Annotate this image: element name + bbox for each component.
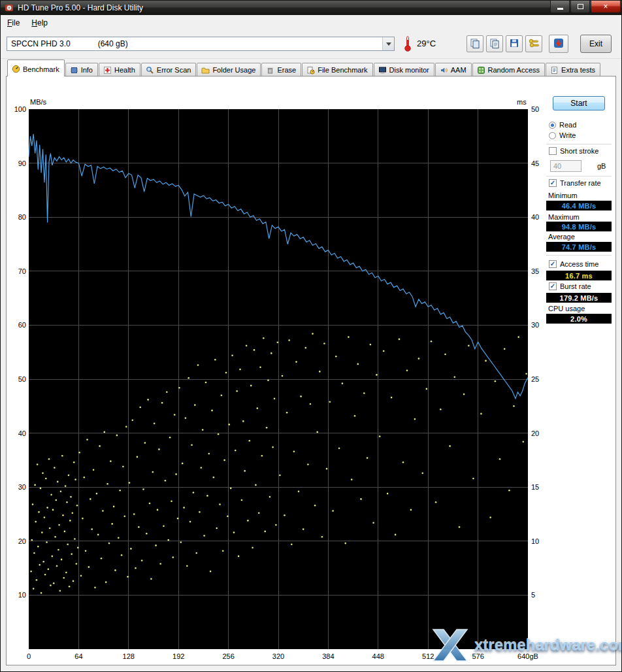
short-stroke-row[interactable]: Short stroke [549, 147, 598, 155]
y-left-tick: 50 [8, 375, 26, 383]
tab-label: Info [81, 66, 93, 74]
y-right-tick: 20 [531, 429, 539, 437]
y-left-tick: 60 [8, 321, 26, 329]
save-screenshot-button[interactable] [506, 35, 523, 52]
download-icon [553, 37, 565, 50]
x-tick: 576 [472, 652, 483, 660]
tab-disk-monitor[interactable]: Disk monitor [374, 63, 434, 76]
tab-health[interactable]: Health [99, 63, 140, 76]
close-icon: × [603, 2, 608, 11]
y-right-tick: 10 [531, 537, 539, 545]
copy-screenshot-button[interactable] [466, 35, 483, 52]
x-tick: 512 [422, 652, 434, 660]
tab-extra-tests[interactable]: Extra tests [546, 63, 600, 76]
speaker-icon [440, 66, 448, 75]
health-cross-icon [103, 66, 112, 75]
menu-help[interactable]: Help [25, 16, 54, 29]
tab-benchmark[interactable]: Benchmark [7, 59, 65, 76]
read-radio[interactable] [549, 122, 556, 129]
tab-label: AAM [451, 66, 466, 74]
folder-icon [201, 66, 210, 75]
gauge-icon [12, 65, 20, 73]
copy-screenshot-icon [470, 38, 480, 50]
cpu-usage-value: 2.0% [546, 314, 612, 324]
y-left-tick: 90 [8, 160, 26, 167]
benchmark-chart [29, 109, 528, 649]
toolbar-buttons [466, 35, 542, 52]
y-left-tick: 80 [8, 213, 26, 221]
transfer-rate-checkbox[interactable] [549, 179, 557, 187]
drive-capacity: (640 gB) [98, 39, 128, 48]
maximize-icon [578, 4, 583, 9]
burst-rate-checkbox[interactable] [549, 282, 557, 290]
tab-info[interactable]: Info [65, 63, 98, 76]
short-stroke-checkbox[interactable] [549, 147, 557, 155]
burst-rate-label: Burst rate [560, 282, 591, 290]
y-right-tick: 15 [531, 483, 539, 491]
app-icon [5, 3, 14, 12]
minimize-button[interactable] [550, 1, 570, 13]
exit-label: Exit [589, 39, 602, 48]
download-update-button[interactable] [549, 35, 568, 53]
tab-folder-usage[interactable]: Folder Usage [197, 63, 261, 76]
copy-info-button[interactable] [486, 35, 503, 52]
x-tick: 0 [27, 652, 31, 660]
toolbar: SPCCN PHD 3.0 (640 gB) 29°C Exit [1, 30, 621, 59]
copy-info-icon [489, 38, 500, 50]
maximize-button[interactable] [570, 1, 590, 13]
tab-label: Disk monitor [389, 66, 429, 74]
minimum-label: Minimum [548, 192, 578, 199]
write-label: Write [559, 131, 576, 139]
access-time-value: 16.7 ms [546, 271, 612, 280]
separator [546, 144, 612, 144]
tab-file-benchmark[interactable]: File Benchmark [302, 63, 372, 76]
tab-label: Benchmark [23, 65, 59, 73]
start-label: Start [570, 99, 587, 108]
short-stroke-label: Short stroke [560, 147, 598, 155]
minimize-icon [557, 8, 563, 10]
transfer-rate-row[interactable]: Transfer rate [549, 179, 601, 187]
drive-selector-combo[interactable]: SPCCN PHD 3.0 (640 gB) [7, 37, 395, 51]
chip-icon [70, 66, 78, 75]
registration-button[interactable] [525, 35, 542, 52]
exit-button[interactable]: Exit [580, 35, 612, 53]
read-radio-row[interactable]: Read [549, 121, 576, 129]
y-right-tick: 25 [531, 375, 539, 383]
monitor-icon [378, 66, 387, 75]
menu-file[interactable]: File [1, 16, 25, 29]
close-button[interactable]: × [591, 1, 621, 13]
write-radio-row[interactable]: Write [549, 131, 576, 139]
drive-name: SPCCN PHD 3.0 [11, 39, 71, 48]
access-time-row[interactable]: Access time [549, 260, 598, 268]
separator [546, 255, 612, 256]
y-right-tick: 45 [531, 160, 539, 167]
tab-label: Extra tests [561, 66, 595, 74]
transfer-rate-label: Transfer rate [560, 179, 601, 187]
tab-random-access[interactable]: Random Access [472, 63, 545, 76]
tab-label: Error Scan [157, 66, 191, 74]
trash-icon [266, 66, 274, 75]
burst-rate-row[interactable]: Burst rate [549, 282, 591, 290]
right-axis-unit: ms [517, 98, 527, 106]
access-time-checkbox[interactable] [549, 260, 557, 268]
cpu-usage-label: CPU usage [548, 305, 585, 312]
tab-error-scan[interactable]: Error Scan [141, 63, 197, 76]
short-stroke-input[interactable] [550, 160, 581, 172]
title-bar: HD Tune Pro 5.00 - Hard Disk Utility × [1, 1, 621, 15]
y-left-tick: 100 [8, 105, 26, 113]
access-time-label: Access time [560, 260, 598, 268]
chevron-down-icon[interactable] [382, 37, 394, 50]
y-right-tick: 35 [531, 267, 539, 275]
tab-strip: BenchmarkInfoHealthError ScanFolder Usag… [6, 59, 616, 76]
tab-label: Folder Usage [212, 66, 255, 74]
window-title: HD Tune Pro 5.00 - Hard Disk Utility [18, 3, 143, 12]
magnifier-icon [146, 66, 154, 75]
write-radio[interactable] [549, 132, 556, 139]
start-button[interactable]: Start [553, 96, 605, 110]
tab-aam[interactable]: AAM [435, 63, 472, 76]
tab-erase[interactable]: Erase [261, 63, 301, 76]
window-controls: × [549, 1, 621, 13]
thermometer-icon [404, 35, 412, 54]
minimum-value: 46.4 MB/s [546, 201, 612, 210]
keys-icon [528, 38, 540, 50]
